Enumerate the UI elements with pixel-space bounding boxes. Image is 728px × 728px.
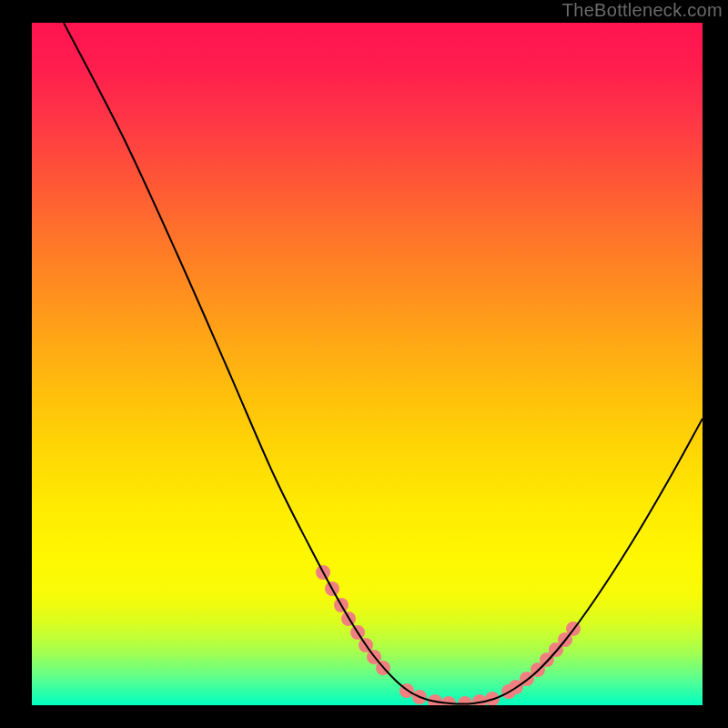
curve-svg <box>32 23 703 705</box>
bottleneck-curve <box>64 23 703 704</box>
watermark-text: TheBottleneck.com <box>562 0 723 21</box>
chart-stage: TheBottleneck.com <box>0 0 728 728</box>
marker-dots-group <box>316 565 581 705</box>
plot-area <box>32 23 703 705</box>
